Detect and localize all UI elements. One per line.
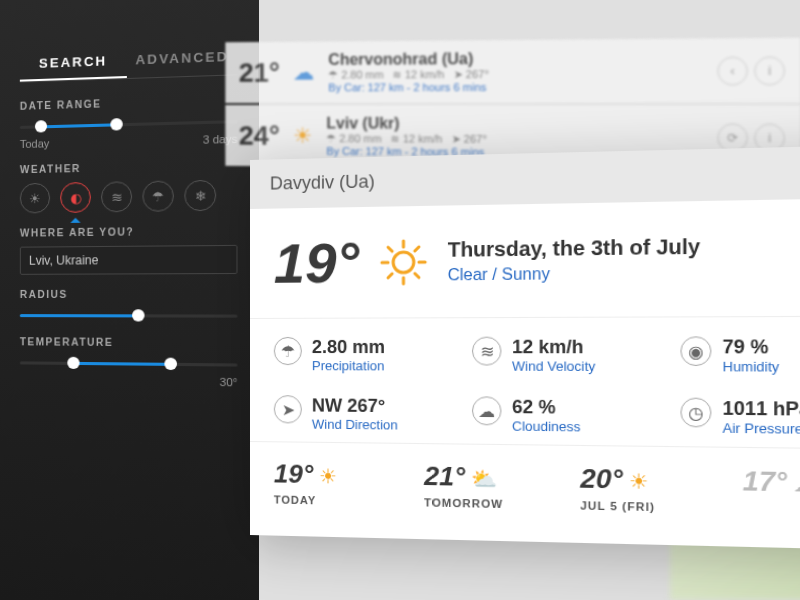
cloud-icon: ☁ [472, 396, 501, 425]
result-temp: 21° [239, 57, 280, 88]
temp-label: TEMPERATURE [20, 336, 238, 349]
cloud-value: 62 % [512, 397, 581, 419]
partly-cloudy-icon: ⛅ [471, 467, 497, 490]
result-title: Chervonohrad (Ua) [328, 49, 702, 69]
forecast-day[interactable]: 19°☀TODAY [274, 458, 404, 508]
sunny-icon: ☀ [319, 465, 337, 488]
back-icon[interactable]: ‹ [717, 56, 747, 85]
filter-sidebar: SEARCH ADVANCED DATE RANGE Today 3 days … [0, 0, 259, 600]
svg-line-7 [414, 246, 418, 250]
umbrella-icon: ☂ [274, 337, 302, 365]
sunny-icon: ☀ [629, 470, 649, 493]
cloud-icon: ☁ [794, 472, 800, 496]
result-title: Lviv (Ukr) [326, 115, 702, 134]
press-label: Air Pressure [723, 420, 800, 437]
wind-icon[interactable]: ≋ [101, 181, 132, 212]
radius-slider[interactable] [20, 308, 238, 323]
droplet-icon: ◉ [680, 336, 711, 366]
compass-icon: ➤ [274, 395, 302, 423]
svg-line-5 [388, 247, 392, 251]
temp-slider[interactable] [20, 355, 238, 371]
forecast-day[interactable]: 17°☁ [743, 465, 800, 518]
gauge-icon: ◷ [680, 398, 711, 428]
precip-label: Precipitation [312, 358, 385, 373]
tab-advanced[interactable]: ADVANCED [127, 40, 238, 78]
forecast-day[interactable]: 20°☀JUL 5 (FRI) [580, 463, 720, 515]
location-input[interactable] [20, 245, 238, 275]
humid-value: 79 % [723, 336, 780, 358]
svg-line-6 [414, 273, 418, 277]
rain-icon: ☁ [293, 60, 314, 85]
sunny-icon [377, 236, 428, 288]
snow-icon[interactable]: ❄ [184, 180, 216, 212]
info-icon[interactable]: i [754, 56, 785, 85]
forecast-day[interactable]: 21°⛅TOMORROW [424, 460, 559, 511]
wind-icon: ≋ [472, 337, 501, 366]
result-card[interactable]: 21° ☁ Chervonohrad (Ua) ☂ 2.80 mm ≋ 12 k… [225, 38, 800, 103]
cloud-label: Cloudiness [512, 418, 581, 434]
detail-panel: Davydiv (Ua) 19° Thursday, the 3th of Ju… [250, 144, 800, 551]
partly-cloudy-icon[interactable]: ◐ [60, 182, 91, 213]
tab-search[interactable]: SEARCH [20, 44, 127, 81]
press-value: 1011 hPa [723, 398, 800, 421]
current-condition: Clear / Sunny [448, 263, 701, 284]
location-label: WHERE ARE YOU? [20, 225, 238, 239]
svg-point-0 [393, 252, 414, 273]
date-range-slider[interactable] [20, 114, 238, 134]
svg-line-8 [388, 273, 392, 277]
result-route-link[interactable]: By Car: 127 km - 2 hours 6 mins [328, 80, 702, 93]
rain-icon[interactable]: ☂ [142, 180, 173, 211]
windv-value: 12 km/h [512, 337, 595, 359]
windv-label: Wind Velocity [512, 358, 595, 374]
sun-icon[interactable]: ☀ [20, 183, 50, 214]
date-range-label: DATE RANGE [20, 94, 238, 112]
temp-max: 30° [220, 376, 238, 389]
precip-value: 2.80 mm [312, 337, 385, 358]
windd-value: NW 267° [312, 395, 398, 417]
radius-label: RADIUS [20, 289, 238, 300]
sunny-icon: ☀ [293, 123, 313, 148]
date-range-min: Today [20, 137, 50, 150]
humid-label: Humidity [723, 359, 780, 375]
windd-label: Wind Direction [312, 417, 398, 433]
current-temp: 19° [274, 229, 359, 295]
result-temp: 24° [239, 120, 280, 151]
current-date: Thursday, the 3th of July [448, 235, 701, 262]
weather-label: WEATHER [20, 160, 238, 176]
